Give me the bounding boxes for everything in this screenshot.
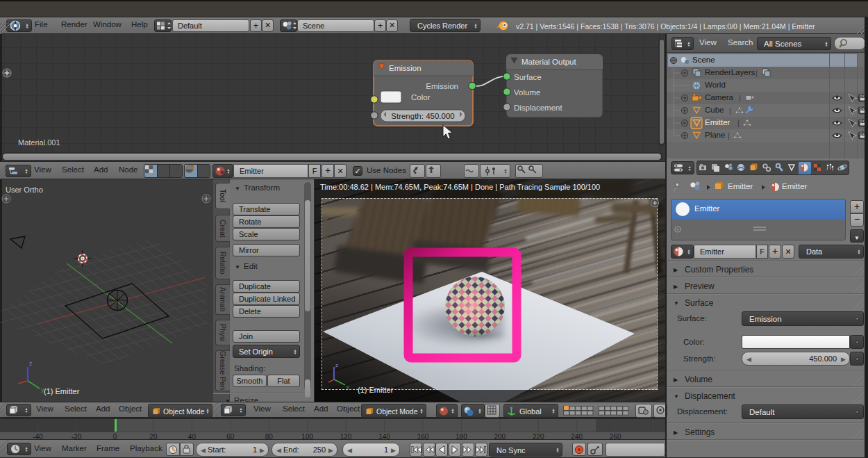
- svg-text:Displacement: Displacement: [514, 104, 562, 112]
- svg-text:y: y: [347, 384, 349, 389]
- svg-text:Volume: Volume: [514, 88, 540, 97]
- svg-text:Material Output: Material Output: [521, 58, 576, 66]
- svg-text:z: z: [29, 360, 33, 367]
- svg-text:Strength: 450.000: Strength: 450.000: [391, 112, 454, 120]
- svg-text:Color: Color: [411, 93, 431, 101]
- svg-text:Emission: Emission: [389, 64, 422, 72]
- svg-text:Surface: Surface: [514, 73, 542, 81]
- svg-text:Emission: Emission: [426, 82, 458, 90]
- svg-text:z: z: [335, 362, 338, 368]
